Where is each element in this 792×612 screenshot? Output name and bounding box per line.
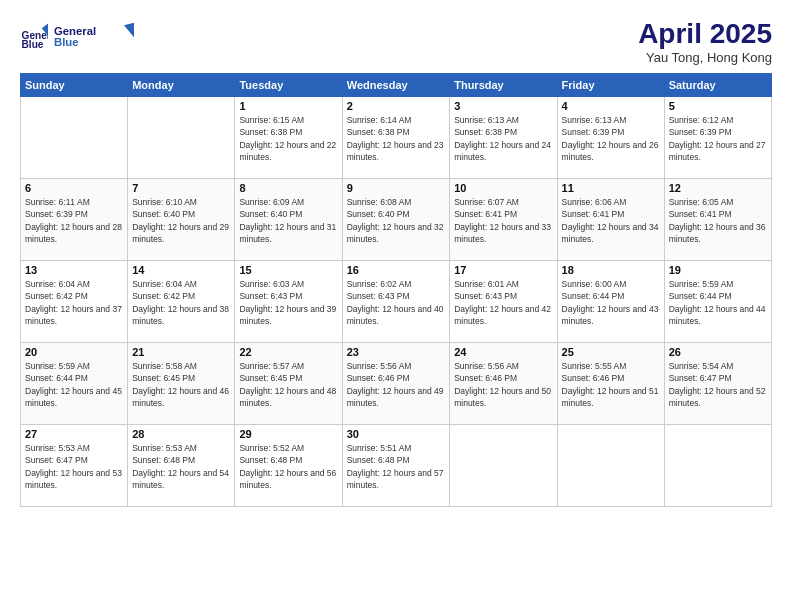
- day-number: 7: [132, 182, 230, 194]
- day-number: 19: [669, 264, 767, 276]
- day-info: Sunrise: 6:04 AM Sunset: 6:42 PM Dayligh…: [132, 278, 230, 327]
- calendar-cell: 1Sunrise: 6:15 AM Sunset: 6:38 PM Daylig…: [235, 97, 342, 179]
- week-row-5: 27Sunrise: 5:53 AM Sunset: 6:47 PM Dayli…: [21, 425, 772, 507]
- day-info: Sunrise: 5:56 AM Sunset: 6:46 PM Dayligh…: [347, 360, 445, 409]
- weekday-header-wednesday: Wednesday: [342, 74, 449, 97]
- day-info: Sunrise: 5:53 AM Sunset: 6:47 PM Dayligh…: [25, 442, 123, 491]
- day-number: 2: [347, 100, 445, 112]
- day-number: 16: [347, 264, 445, 276]
- day-info: Sunrise: 6:11 AM Sunset: 6:39 PM Dayligh…: [25, 196, 123, 245]
- week-row-2: 6Sunrise: 6:11 AM Sunset: 6:39 PM Daylig…: [21, 179, 772, 261]
- calendar-cell: 24Sunrise: 5:56 AM Sunset: 6:46 PM Dayli…: [450, 343, 557, 425]
- day-info: Sunrise: 5:56 AM Sunset: 6:46 PM Dayligh…: [454, 360, 552, 409]
- calendar-cell: 7Sunrise: 6:10 AM Sunset: 6:40 PM Daylig…: [128, 179, 235, 261]
- svg-text:General: General: [54, 25, 96, 37]
- weekday-header-thursday: Thursday: [450, 74, 557, 97]
- calendar-cell: [450, 425, 557, 507]
- calendar-cell: 8Sunrise: 6:09 AM Sunset: 6:40 PM Daylig…: [235, 179, 342, 261]
- calendar-cell: 9Sunrise: 6:08 AM Sunset: 6:40 PM Daylig…: [342, 179, 449, 261]
- day-info: Sunrise: 6:01 AM Sunset: 6:43 PM Dayligh…: [454, 278, 552, 327]
- day-number: 30: [347, 428, 445, 440]
- day-info: Sunrise: 5:57 AM Sunset: 6:45 PM Dayligh…: [239, 360, 337, 409]
- day-info: Sunrise: 5:53 AM Sunset: 6:48 PM Dayligh…: [132, 442, 230, 491]
- day-info: Sunrise: 6:08 AM Sunset: 6:40 PM Dayligh…: [347, 196, 445, 245]
- calendar-cell: 27Sunrise: 5:53 AM Sunset: 6:47 PM Dayli…: [21, 425, 128, 507]
- calendar-cell: 6Sunrise: 6:11 AM Sunset: 6:39 PM Daylig…: [21, 179, 128, 261]
- calendar-cell: 2Sunrise: 6:14 AM Sunset: 6:38 PM Daylig…: [342, 97, 449, 179]
- calendar-cell: 19Sunrise: 5:59 AM Sunset: 6:44 PM Dayli…: [664, 261, 771, 343]
- svg-text:Blue: Blue: [54, 36, 79, 48]
- day-info: Sunrise: 6:12 AM Sunset: 6:39 PM Dayligh…: [669, 114, 767, 163]
- day-number: 10: [454, 182, 552, 194]
- week-row-3: 13Sunrise: 6:04 AM Sunset: 6:42 PM Dayli…: [21, 261, 772, 343]
- day-number: 5: [669, 100, 767, 112]
- calendar-cell: 12Sunrise: 6:05 AM Sunset: 6:41 PM Dayli…: [664, 179, 771, 261]
- calendar-cell: [664, 425, 771, 507]
- day-info: Sunrise: 5:59 AM Sunset: 6:44 PM Dayligh…: [669, 278, 767, 327]
- day-info: Sunrise: 6:15 AM Sunset: 6:38 PM Dayligh…: [239, 114, 337, 163]
- svg-marker-5: [124, 23, 134, 38]
- day-number: 20: [25, 346, 123, 358]
- subtitle: Yau Tong, Hong Kong: [638, 50, 772, 65]
- day-info: Sunrise: 6:13 AM Sunset: 6:38 PM Dayligh…: [454, 114, 552, 163]
- day-info: Sunrise: 6:00 AM Sunset: 6:44 PM Dayligh…: [562, 278, 660, 327]
- header-row: SundayMondayTuesdayWednesdayThursdayFrid…: [21, 74, 772, 97]
- day-info: Sunrise: 6:09 AM Sunset: 6:40 PM Dayligh…: [239, 196, 337, 245]
- calendar-cell: 10Sunrise: 6:07 AM Sunset: 6:41 PM Dayli…: [450, 179, 557, 261]
- main-title: April 2025: [638, 18, 772, 50]
- day-number: 22: [239, 346, 337, 358]
- day-number: 15: [239, 264, 337, 276]
- day-info: Sunrise: 5:59 AM Sunset: 6:44 PM Dayligh…: [25, 360, 123, 409]
- day-number: 12: [669, 182, 767, 194]
- calendar-cell: 5Sunrise: 6:12 AM Sunset: 6:39 PM Daylig…: [664, 97, 771, 179]
- day-number: 9: [347, 182, 445, 194]
- day-number: 13: [25, 264, 123, 276]
- day-number: 28: [132, 428, 230, 440]
- calendar-cell: [557, 425, 664, 507]
- weekday-header-sunday: Sunday: [21, 74, 128, 97]
- weekday-header-monday: Monday: [128, 74, 235, 97]
- page: General Blue General Blue April 2025 Yau…: [0, 0, 792, 612]
- day-number: 21: [132, 346, 230, 358]
- calendar-cell: 3Sunrise: 6:13 AM Sunset: 6:38 PM Daylig…: [450, 97, 557, 179]
- day-info: Sunrise: 6:07 AM Sunset: 6:41 PM Dayligh…: [454, 196, 552, 245]
- day-number: 8: [239, 182, 337, 194]
- calendar-cell: 28Sunrise: 5:53 AM Sunset: 6:48 PM Dayli…: [128, 425, 235, 507]
- calendar-cell: 23Sunrise: 5:56 AM Sunset: 6:46 PM Dayli…: [342, 343, 449, 425]
- calendar-cell: 15Sunrise: 6:03 AM Sunset: 6:43 PM Dayli…: [235, 261, 342, 343]
- day-info: Sunrise: 6:02 AM Sunset: 6:43 PM Dayligh…: [347, 278, 445, 327]
- week-row-4: 20Sunrise: 5:59 AM Sunset: 6:44 PM Dayli…: [21, 343, 772, 425]
- day-number: 29: [239, 428, 337, 440]
- day-number: 14: [132, 264, 230, 276]
- calendar-cell: 4Sunrise: 6:13 AM Sunset: 6:39 PM Daylig…: [557, 97, 664, 179]
- day-info: Sunrise: 5:51 AM Sunset: 6:48 PM Dayligh…: [347, 442, 445, 491]
- calendar-cell: 17Sunrise: 6:01 AM Sunset: 6:43 PM Dayli…: [450, 261, 557, 343]
- calendar-table: SundayMondayTuesdayWednesdayThursdayFrid…: [20, 73, 772, 507]
- calendar-cell: 21Sunrise: 5:58 AM Sunset: 6:45 PM Dayli…: [128, 343, 235, 425]
- day-number: 6: [25, 182, 123, 194]
- day-info: Sunrise: 5:58 AM Sunset: 6:45 PM Dayligh…: [132, 360, 230, 409]
- day-number: 23: [347, 346, 445, 358]
- day-info: Sunrise: 5:54 AM Sunset: 6:47 PM Dayligh…: [669, 360, 767, 409]
- calendar-cell: [128, 97, 235, 179]
- day-info: Sunrise: 6:10 AM Sunset: 6:40 PM Dayligh…: [132, 196, 230, 245]
- logo-icon: General Blue: [20, 22, 48, 50]
- calendar-cell: 11Sunrise: 6:06 AM Sunset: 6:41 PM Dayli…: [557, 179, 664, 261]
- day-info: Sunrise: 6:03 AM Sunset: 6:43 PM Dayligh…: [239, 278, 337, 327]
- calendar-cell: 13Sunrise: 6:04 AM Sunset: 6:42 PM Dayli…: [21, 261, 128, 343]
- weekday-header-saturday: Saturday: [664, 74, 771, 97]
- logo-graphic: General Blue: [54, 18, 134, 54]
- calendar-cell: 26Sunrise: 5:54 AM Sunset: 6:47 PM Dayli…: [664, 343, 771, 425]
- day-number: 18: [562, 264, 660, 276]
- calendar-cell: 22Sunrise: 5:57 AM Sunset: 6:45 PM Dayli…: [235, 343, 342, 425]
- day-info: Sunrise: 6:05 AM Sunset: 6:41 PM Dayligh…: [669, 196, 767, 245]
- day-info: Sunrise: 5:55 AM Sunset: 6:46 PM Dayligh…: [562, 360, 660, 409]
- calendar-cell: 16Sunrise: 6:02 AM Sunset: 6:43 PM Dayli…: [342, 261, 449, 343]
- week-row-1: 1Sunrise: 6:15 AM Sunset: 6:38 PM Daylig…: [21, 97, 772, 179]
- weekday-header-tuesday: Tuesday: [235, 74, 342, 97]
- weekday-header-friday: Friday: [557, 74, 664, 97]
- calendar-cell: 30Sunrise: 5:51 AM Sunset: 6:48 PM Dayli…: [342, 425, 449, 507]
- calendar-cell: 20Sunrise: 5:59 AM Sunset: 6:44 PM Dayli…: [21, 343, 128, 425]
- day-number: 27: [25, 428, 123, 440]
- svg-text:Blue: Blue: [22, 39, 44, 50]
